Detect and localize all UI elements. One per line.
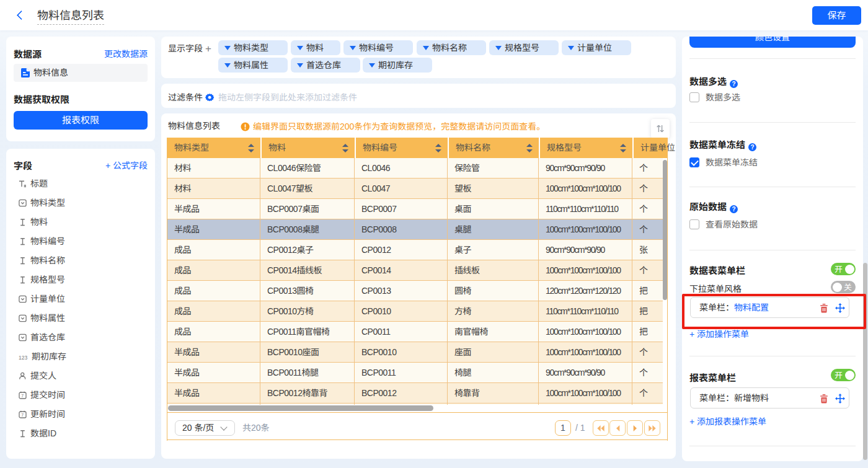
- svg-text:123: 123: [19, 355, 27, 361]
- svg-text:7: 7: [21, 413, 24, 417]
- svg-text:7: 7: [21, 394, 24, 398]
